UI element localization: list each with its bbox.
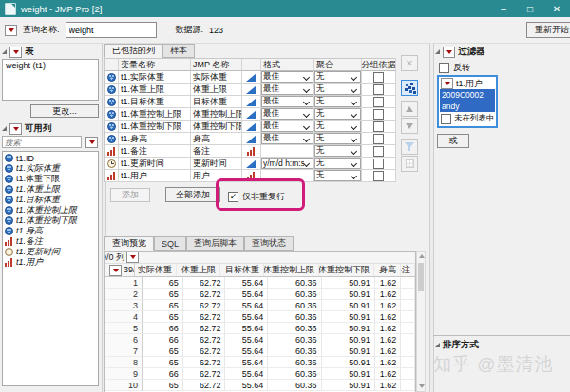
preview-column-header[interactable]: 备注 <box>401 264 415 276</box>
tab-included-0[interactable]: 已包括的列 <box>104 44 162 58</box>
filter-menu-button[interactable] <box>443 47 455 58</box>
aggregation-dropdown[interactable]: 无 <box>314 121 362 133</box>
table-item[interactable]: weight (t1) <box>6 61 95 71</box>
search-menu-button[interactable] <box>86 137 98 148</box>
scroll-up-icon[interactable] <box>419 254 425 258</box>
scroll-down-icon[interactable] <box>419 384 425 388</box>
preview-row[interactable]: 36562.7255.6460.3650.911.62 <box>105 300 415 311</box>
move-down-button[interactable] <box>401 118 418 134</box>
invert-checkbox[interactable] <box>439 63 449 73</box>
format-dropdown[interactable]: 最佳 <box>261 121 314 133</box>
maximize-button[interactable]: □ <box>517 0 543 17</box>
group-by-checkbox[interactable] <box>373 109 384 120</box>
group-by-checkbox[interactable] <box>373 97 384 107</box>
preview-row[interactable]: 46562.7255.6460.3650.911.62 <box>105 311 415 323</box>
preview-column-header[interactable]: 体重控制下限 <box>319 264 374 276</box>
modeling-type-cell[interactable] <box>242 71 261 84</box>
preview-row[interactable]: 76562.7255.6460.3650.911.62 <box>105 345 415 357</box>
group-by-checkbox[interactable] <box>373 121 384 132</box>
included-column-row[interactable]: t1.更新时间更新时间y/m/d h:m:s无 <box>105 158 396 170</box>
disclosure-icon[interactable] <box>435 49 440 54</box>
preview-row[interactable]: 96662.7255.6460.3650.911.62 <box>105 368 415 380</box>
add-button[interactable]: 添加 <box>110 188 150 202</box>
group-by-checkbox[interactable] <box>373 146 384 157</box>
tab-preview-1[interactable]: SQL <box>154 236 186 251</box>
modeling-type-cell[interactable] <box>242 133 261 145</box>
modeling-type-cell[interactable] <box>242 108 261 121</box>
format-dropdown[interactable]: y/m/d h:m:s <box>261 158 314 170</box>
jmp-name-cell[interactable]: 体重控制下限 <box>191 121 242 133</box>
add-all-button[interactable]: 全部添加 <box>165 187 220 202</box>
restart-button[interactable]: 重新开始 <box>526 22 570 38</box>
group-by-checkbox[interactable] <box>373 72 384 83</box>
aggregation-dropdown[interactable]: 无 <box>314 108 362 121</box>
aggregation-dropdown[interactable]: 无 <box>314 96 362 108</box>
modeling-type-cell[interactable] <box>242 84 261 96</box>
jmp-name-cell[interactable]: 体重上限 <box>191 84 242 96</box>
preview-column-header[interactable]: 身高 <box>374 264 401 276</box>
modeling-type-cell[interactable] <box>242 158 261 170</box>
change-button[interactable]: 更改... <box>30 104 99 118</box>
preview-row[interactable]: 66662.7255.6460.3650.911.62 <box>105 334 415 345</box>
group-by-checkbox[interactable] <box>373 84 384 95</box>
query-menu-button[interactable] <box>5 25 17 36</box>
remove-column-button[interactable]: ✕ <box>401 55 418 71</box>
preview-column-header[interactable]: 实际体重 <box>135 264 177 276</box>
aggregation-dropdown[interactable]: 无 <box>314 158 362 170</box>
preview-column-header[interactable]: 体重上限 <box>177 264 220 276</box>
close-button[interactable]: ✕ <box>543 0 570 17</box>
not-in-list-checkbox[interactable] <box>441 114 451 124</box>
format-dropdown[interactable]: 最佳 <box>261 84 314 96</box>
filter-value-item[interactable]: 2009C0002 <box>440 89 495 101</box>
tab-preview-2[interactable]: 查询后脚本 <box>186 236 244 251</box>
minimize-button[interactable]: – <box>490 0 517 17</box>
rows-menu-button[interactable] <box>109 265 122 276</box>
tables-menu-button[interactable] <box>10 47 22 58</box>
jmp-name-cell[interactable]: 身高 <box>191 133 242 145</box>
jmp-name-cell[interactable]: 体重控制上限 <box>191 108 242 121</box>
format-dropdown[interactable]: 最佳 <box>261 108 314 121</box>
disclosure-icon[interactable] <box>2 126 7 131</box>
aggregation-dropdown[interactable]: 无 <box>314 145 362 158</box>
aggregation-dropdown[interactable]: 无 <box>314 71 362 84</box>
filter-field-menu-button[interactable] <box>441 78 453 89</box>
filter-column-button[interactable] <box>401 139 418 155</box>
available-columns-menu-button[interactable] <box>10 123 22 135</box>
group-by-checkbox[interactable] <box>373 171 384 181</box>
format-dropdown[interactable]: 最佳 <box>261 133 314 145</box>
jmp-name-cell[interactable]: 实际体重 <box>191 71 242 84</box>
included-column-row[interactable]: t1.目标体重目标体重最佳无 <box>105 96 396 108</box>
filter-value-item[interactable]: andy <box>440 101 495 112</box>
included-column-row[interactable]: t1.实际体重实际体重最佳无 <box>105 71 396 84</box>
scrollbar-thumb[interactable] <box>418 263 424 291</box>
available-columns-list[interactable]: t1.IDt1.实际体重t1.体重下限t1.体重上限t1.目标体重t1.体重控制… <box>2 151 99 386</box>
filter-group[interactable]: t1.用户 2009C0002andy 未在列表中 <box>437 75 498 128</box>
disclosure-icon[interactable] <box>2 49 7 54</box>
tables-list[interactable]: weight (t1) <box>2 59 99 101</box>
jmp-name-cell[interactable]: 目标体重 <box>191 96 242 108</box>
jmp-name-cell[interactable]: 备注 <box>191 145 242 158</box>
preview-row[interactable]: 16562.7255.6460.3650.911.62 <box>105 277 415 289</box>
preview-row[interactable]: 86562.7255.6460.3650.911.62 <box>105 357 415 368</box>
columns-menu-button[interactable] <box>126 252 139 263</box>
included-column-row[interactable]: t1.身高身高最佳无 <box>105 133 396 145</box>
search-input[interactable] <box>2 136 82 148</box>
aggregation-dropdown[interactable]: 无 <box>314 133 362 145</box>
jmp-name-cell[interactable]: 更新时间 <box>191 158 242 170</box>
available-column-item[interactable]: t1.用户 <box>3 257 98 268</box>
edit-formula-button[interactable] <box>401 80 418 96</box>
tab-preview-0[interactable]: 查询预览 <box>104 236 154 251</box>
included-column-row[interactable]: t1.备注备注无 <box>105 145 396 158</box>
move-up-button[interactable] <box>401 101 418 117</box>
group-by-checkbox[interactable] <box>373 159 384 169</box>
included-column-row[interactable]: t1.体重控制下限体重控制下限最佳无 <box>105 121 396 133</box>
preview-row[interactable]: 106562.7255.6460.3650.911.62 <box>105 380 415 391</box>
tab-preview-3[interactable]: 查询状态 <box>244 236 294 251</box>
preview-vertical-scrollbar[interactable] <box>416 251 426 392</box>
tab-included-1[interactable]: 样本 <box>162 44 195 58</box>
included-column-row[interactable]: t1.体重控制上限体重控制上限最佳无 <box>105 108 396 121</box>
group-columns-button[interactable] <box>401 156 418 172</box>
query-name-input[interactable] <box>66 22 157 38</box>
modeling-type-cell[interactable] <box>242 145 261 158</box>
preview-row[interactable]: 26562.7255.6460.3650.911.62 <box>105 289 415 300</box>
